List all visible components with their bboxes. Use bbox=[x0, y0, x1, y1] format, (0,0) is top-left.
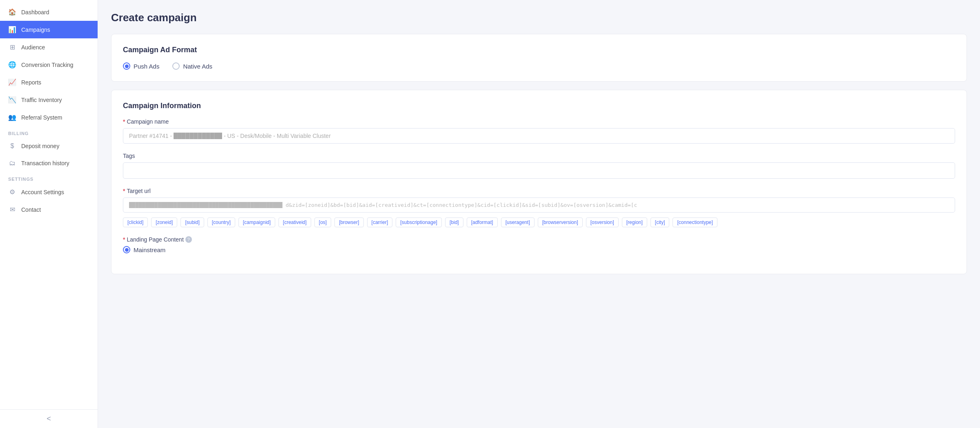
mainstream-option[interactable]: Mainstream bbox=[123, 246, 955, 253]
settings-section-label: SETTINGS bbox=[0, 172, 98, 183]
token-tag[interactable]: [carrier] bbox=[367, 217, 393, 227]
campaign-name-label: * Campaign name bbox=[123, 118, 955, 125]
deposit-money-icon: $ bbox=[8, 142, 16, 150]
landing-page-group: * Landing Page Content ? Mainstream bbox=[123, 236, 955, 253]
token-tag[interactable]: [clickid] bbox=[123, 217, 148, 227]
campaign-information-card: Campaign Information * Campaign name Tag… bbox=[111, 90, 967, 274]
sidebar-item-account-settings[interactable]: ⚙ Account Settings bbox=[0, 183, 98, 201]
sidebar-item-dashboard[interactable]: 🏠 Dashboard bbox=[0, 3, 98, 21]
sidebar-collapse-button[interactable]: < bbox=[0, 409, 98, 428]
token-tag[interactable]: [osversion] bbox=[586, 217, 619, 227]
sidebar-item-campaigns[interactable]: 📊 Campaigns bbox=[0, 21, 98, 38]
token-tag[interactable]: [zoneid] bbox=[151, 217, 177, 227]
ad-format-title: Campaign Ad Format bbox=[123, 46, 955, 54]
help-icon[interactable]: ? bbox=[185, 236, 192, 243]
token-tag[interactable]: [subid] bbox=[180, 217, 204, 227]
token-tag[interactable]: [country] bbox=[207, 217, 235, 227]
sidebar-item-conversion-tracking[interactable]: 🌐 Conversion Tracking bbox=[0, 56, 98, 73]
sidebar-item-reports[interactable]: 📈 Reports bbox=[0, 73, 98, 91]
audience-icon: ⊞ bbox=[8, 43, 16, 51]
tags-group: Tags bbox=[123, 153, 955, 179]
reports-icon: 📈 bbox=[8, 78, 16, 86]
sidebar-nav: 🏠 Dashboard 📊 Campaigns ⊞ Audience 🌐 Con… bbox=[0, 0, 98, 409]
page-title: Create campaign bbox=[111, 11, 967, 24]
campaign-name-input[interactable] bbox=[123, 128, 955, 144]
campaigns-icon: 📊 bbox=[8, 26, 16, 33]
sidebar-item-transaction-history[interactable]: 🗂 Transaction history bbox=[0, 155, 98, 172]
tags-label: Tags bbox=[123, 153, 955, 159]
token-tag[interactable]: [connectiontype] bbox=[673, 217, 717, 227]
token-list: [clickid][zoneid][subid][country][campai… bbox=[123, 217, 955, 227]
campaign-ad-format-card: Campaign Ad Format Push Ads Native Ads bbox=[111, 34, 967, 82]
landing-page-label: * Landing Page Content ? bbox=[123, 236, 955, 243]
token-tag[interactable]: [city] bbox=[650, 217, 670, 227]
sidebar-item-deposit-money[interactable]: $ Deposit money bbox=[0, 137, 98, 155]
target-url-label: * Target url bbox=[123, 188, 955, 194]
tags-input[interactable] bbox=[123, 162, 955, 179]
push-ads-radio[interactable] bbox=[123, 62, 130, 70]
token-tag[interactable]: [subscriptionage] bbox=[396, 217, 442, 227]
ad-format-radio-group: Push Ads Native Ads bbox=[123, 62, 955, 70]
sidebar-item-referral-system[interactable]: 👥 Referral System bbox=[0, 109, 98, 126]
sidebar: 🏠 Dashboard 📊 Campaigns ⊞ Audience 🌐 Con… bbox=[0, 0, 98, 428]
sidebar-item-audience[interactable]: ⊞ Audience bbox=[0, 38, 98, 56]
mainstream-radio[interactable] bbox=[123, 246, 130, 253]
token-tag[interactable]: [creativeid] bbox=[278, 217, 311, 227]
sidebar-item-contact[interactable]: ✉ Contact bbox=[0, 201, 98, 218]
token-tag[interactable]: [os] bbox=[314, 217, 331, 227]
token-tag[interactable]: [bid] bbox=[445, 217, 463, 227]
main-content: Create campaign Campaign Ad Format Push … bbox=[98, 0, 980, 428]
token-tag[interactable]: [adformat] bbox=[467, 217, 498, 227]
conversion-tracking-icon: 🌐 bbox=[8, 61, 16, 69]
billing-section-label: BILLING bbox=[0, 126, 98, 137]
dashboard-icon: 🏠 bbox=[8, 8, 16, 16]
native-ads-option[interactable]: Native Ads bbox=[172, 62, 212, 70]
target-url-group: * Target url [clickid][zoneid][subid][co… bbox=[123, 188, 955, 227]
token-tag[interactable]: [browserversion] bbox=[538, 217, 583, 227]
account-settings-icon: ⚙ bbox=[8, 188, 16, 196]
referral-system-icon: 👥 bbox=[8, 113, 16, 121]
native-ads-radio[interactable] bbox=[172, 62, 180, 70]
traffic-inventory-icon: 📉 bbox=[8, 96, 16, 104]
token-tag[interactable]: [browser] bbox=[334, 217, 363, 227]
campaign-name-group: * Campaign name bbox=[123, 118, 955, 144]
campaign-info-title: Campaign Information bbox=[123, 102, 955, 110]
token-tag[interactable]: [campaignid] bbox=[238, 217, 275, 227]
target-url-input[interactable] bbox=[123, 197, 955, 213]
transaction-history-icon: 🗂 bbox=[8, 160, 16, 167]
contact-icon: ✉ bbox=[8, 206, 16, 213]
push-ads-option[interactable]: Push Ads bbox=[123, 62, 159, 70]
token-tag[interactable]: [useragent] bbox=[501, 217, 535, 227]
sidebar-item-traffic-inventory[interactable]: 📉 Traffic Inventory bbox=[0, 91, 98, 109]
token-tag[interactable]: [region] bbox=[622, 217, 647, 227]
